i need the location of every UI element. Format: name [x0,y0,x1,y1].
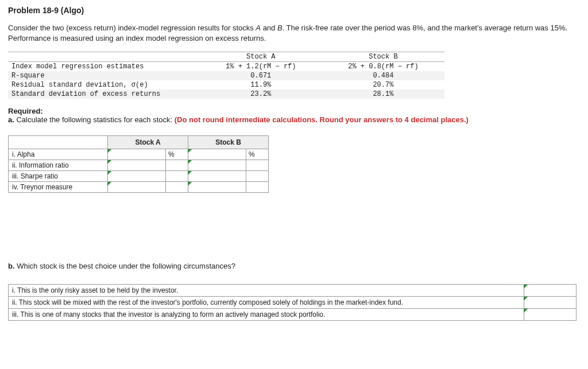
required-section: Required: a. Calculate the following sta… [8,107,580,124]
answer-table-part-a: Stock A Stock B i. Alpha % % ii. Informa… [8,135,269,193]
treynor-stock-a-input[interactable] [108,182,166,193]
stock-a-ref: A [256,24,261,32]
intro-text: and [261,24,277,32]
cell-value: 20.7% [322,80,444,90]
cell-value: 0.671 [200,71,322,80]
ans-row-label: iv. Treynor measure [9,182,108,193]
sharpe-stock-b-input[interactable] [188,171,246,182]
cell-value: 23.2% [200,90,322,99]
scenario-text: ii. This stock will be mixed with the re… [9,297,524,309]
part-a-label: a. [8,115,14,124]
cell-value: 0.484 [322,71,444,80]
part-b-text: Which stock is the best choice under the… [15,262,235,270]
scenario-2-select[interactable] [524,297,577,309]
col-header-stock-a: Stock A [200,52,322,62]
row-label: Index model regression estimates [8,62,200,72]
row-label: Residual standard deviation, σ(e) [8,80,200,90]
percent-unit: % [166,149,188,160]
part-a-text: Calculate the following statistics for e… [14,115,175,124]
percent-unit: % [246,149,269,160]
cell-value: 1% + 1.2(rM − rf) [200,62,322,72]
row-label: R-square [8,71,200,80]
alpha-stock-b-input[interactable] [188,149,246,160]
problem-intro: Consider the two (excess return) index-m… [8,23,580,44]
answer-table-part-b: i. This is the only risky asset to be he… [8,284,577,321]
intro-text: Consider the two (excess return) index-m… [8,24,256,32]
cell-value: 2% + 0.8(rM − rf) [322,62,444,72]
ans-row-label: iii. Sharpe ratio [9,171,108,182]
sharpe-stock-a-input[interactable] [108,171,166,182]
stock-b-ref: B [277,24,283,32]
part-b-label: b. [8,262,15,270]
ans-header-stock-a: Stock A [108,136,188,149]
scenario-text: iii. This is one of many stocks that the… [9,309,524,321]
col-header-stock-b: Stock B [322,52,444,62]
scenario-1-select[interactable] [524,285,577,297]
regression-data-table: Stock A Stock B Index model regression e… [8,52,444,99]
instruction-red: (Do not round intermediate calculations.… [175,115,469,124]
alpha-stock-a-input[interactable] [108,149,166,160]
info-ratio-stock-a-input[interactable] [108,160,166,171]
ans-row-label: ii. Information ratio [9,160,108,171]
row-label: Standard deviation of excess returns [8,90,200,99]
part-b-question: b. Which stock is the best choice under … [8,262,580,270]
treynor-stock-b-input[interactable] [188,182,246,193]
problem-title: Problem 18-9 (Algo) [8,6,580,15]
scenario-text: i. This is the only risky asset to be he… [9,285,524,297]
required-heading: Required: [8,107,43,115]
scenario-3-select[interactable] [524,309,577,321]
cell-value: 11.9% [200,80,322,90]
cell-value: 28.1% [322,90,444,99]
ans-header-stock-b: Stock B [188,136,269,149]
ans-row-label: i. Alpha [9,149,108,160]
info-ratio-stock-b-input[interactable] [188,160,246,171]
